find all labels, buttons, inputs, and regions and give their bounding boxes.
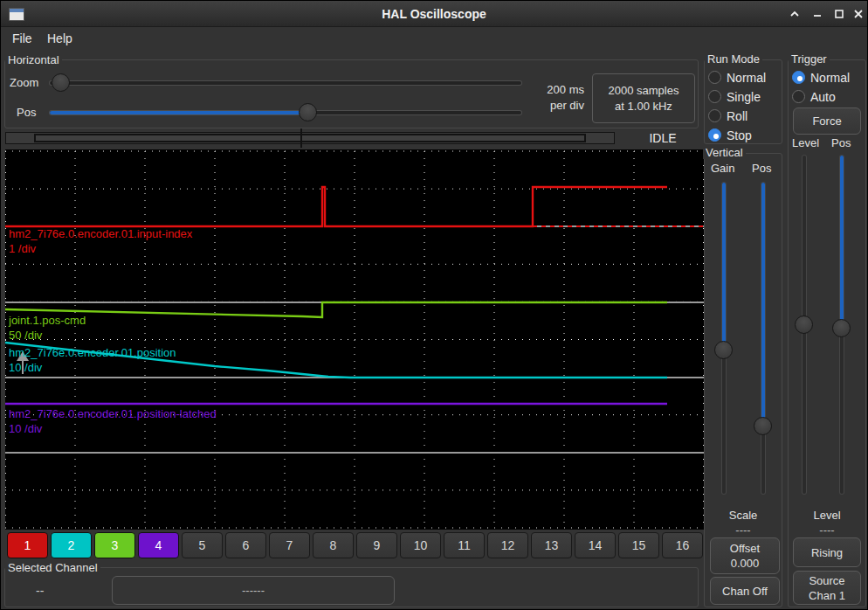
channel-button-7[interactable]: 7 xyxy=(269,532,310,558)
pos-slider-fill xyxy=(50,111,307,114)
level-slider-handle[interactable] xyxy=(795,315,813,334)
zoom-slider-handle[interactable] xyxy=(52,73,70,92)
offset-button-caption: Offset xyxy=(730,541,760,556)
horizontal-pos-slider[interactable] xyxy=(50,103,521,122)
trigger-source-button[interactable]: Source Chan 1 xyxy=(793,571,861,605)
status-text: IDLE xyxy=(619,131,706,145)
radio-label: Normal xyxy=(810,71,850,85)
radio-label: Single xyxy=(727,90,761,104)
level-caption: Level xyxy=(788,509,866,522)
channel-button-9[interactable]: 9 xyxy=(356,532,397,558)
trigger-auto[interactable]: Auto xyxy=(792,89,836,104)
channel-4-signal-name: hm2_7i76e.0.encoder.01.position-latched xyxy=(9,406,217,421)
vpos-slider-handle[interactable] xyxy=(754,417,772,435)
channel-1-trace-label: hm2_7i76e.0.encoder.01.input-index 1 /di… xyxy=(9,226,192,256)
maximize-icon[interactable] xyxy=(830,5,849,23)
channel-button-4[interactable]: 4 xyxy=(138,532,179,558)
channel-button-13[interactable]: 13 xyxy=(531,532,572,558)
channel-2-scale: 10 /div xyxy=(9,360,176,375)
gain-slider-fill xyxy=(722,183,726,350)
radio-icon[interactable] xyxy=(708,128,721,142)
vertical-pos-column-label: Pos xyxy=(752,162,771,175)
time-per-div-caption: per div xyxy=(521,98,584,114)
gain-slider-handle[interactable] xyxy=(714,341,733,359)
radio-label: Stop xyxy=(727,128,752,142)
channel-4-trace-label: hm2_7i76e.0.encoder.01.position-latched … xyxy=(9,406,217,436)
vertical-gain-slider[interactable] xyxy=(714,183,734,494)
zoom-label: Zoom xyxy=(10,76,38,89)
zoom-slider-track[interactable] xyxy=(50,81,521,85)
time-per-div: 200 ms per div xyxy=(521,82,584,114)
record-info-button[interactable]: 2000 samples at 1.00 kHz xyxy=(592,73,695,123)
channel-2-signal-name: hm2_7i76e.0.encoder.01.position xyxy=(9,345,176,360)
run-mode-single[interactable]: Single xyxy=(708,89,761,104)
window-title: HAL Oscilloscope xyxy=(1,1,867,27)
titlebar: HAL Oscilloscope xyxy=(1,1,867,27)
menu-file[interactable]: File xyxy=(7,28,38,50)
record-window-indicator xyxy=(34,134,586,142)
shade-icon[interactable] xyxy=(785,5,804,23)
trigger-normal[interactable]: Normal xyxy=(792,70,850,85)
channel-button-10[interactable]: 10 xyxy=(400,532,441,558)
vpos-slider-fill xyxy=(761,183,765,426)
scale-value: ---- xyxy=(704,523,782,537)
channel-button-16[interactable]: 16 xyxy=(662,532,703,558)
source-button-value: Chan 1 xyxy=(809,588,845,603)
hal-oscilloscope-window: HAL Oscilloscope File Help Horizontal Zo… xyxy=(0,0,868,610)
channel-button-1[interactable]: 1 xyxy=(7,532,48,558)
channel-button-5[interactable]: 5 xyxy=(182,532,223,558)
horizontal-frame-label: Horizontal xyxy=(5,53,62,66)
channel-2-trace-label: hm2_7i76e.0.encoder.01.position 10 /div xyxy=(9,345,176,375)
trigger-position-marker xyxy=(300,128,302,148)
selected-channel-name-button[interactable]: ------ xyxy=(112,576,395,605)
run-mode-roll[interactable]: Roll xyxy=(708,108,747,123)
chan-off-button[interactable]: Chan Off xyxy=(710,577,780,605)
time-per-div-value: 200 ms xyxy=(521,82,584,98)
trigger-frame-label: Trigger xyxy=(789,52,830,66)
channel-button-8[interactable]: 8 xyxy=(313,532,354,558)
run-mode-normal[interactable]: Normal xyxy=(708,70,766,85)
channel-button-3[interactable]: 3 xyxy=(94,532,135,558)
offset-button[interactable]: Offset 0.000 xyxy=(710,537,780,574)
channel-3-scale: 50 /div xyxy=(9,328,86,343)
close-icon[interactable] xyxy=(849,5,868,23)
channel-3-trace-label: joint.1.pos-cmd 50 /div xyxy=(9,313,86,343)
channel-button-15[interactable]: 15 xyxy=(618,532,659,558)
menubar: File Help xyxy=(2,28,868,50)
channel-button-11[interactable]: 11 xyxy=(444,532,485,558)
selected-channel-frame-label: Selected Channel xyxy=(5,561,100,574)
pos-slider-handle[interactable] xyxy=(299,103,317,121)
level-value: ---- xyxy=(788,523,866,537)
run-mode-frame-label: Run Mode xyxy=(705,52,762,66)
channel-button-2[interactable]: 2 xyxy=(51,532,92,558)
minimize-icon[interactable] xyxy=(808,5,827,23)
menu-help[interactable]: Help xyxy=(42,28,78,50)
scope-display: hm2_7i76e.0.encoder.01.input-index 1 /di… xyxy=(5,149,704,530)
radio-icon[interactable] xyxy=(708,71,721,84)
channel-button-14[interactable]: 14 xyxy=(575,532,616,558)
pos-label: Pos xyxy=(17,106,36,119)
radio-icon[interactable] xyxy=(708,90,721,103)
force-button[interactable]: Force xyxy=(793,107,861,135)
edge-button[interactable]: Rising xyxy=(793,537,861,567)
channel-3-signal-name: joint.1.pos-cmd xyxy=(9,313,86,328)
trigger-pos-slider[interactable] xyxy=(832,156,851,494)
trigger-pos-column-label: Pos xyxy=(831,136,851,149)
channel-button-12[interactable]: 12 xyxy=(487,532,528,558)
tpos-slider-handle[interactable] xyxy=(832,319,851,337)
channel-button-6[interactable]: 6 xyxy=(225,532,266,558)
channel-4-scale: 10 /div xyxy=(9,421,217,436)
trigger-level-slider[interactable] xyxy=(795,156,814,494)
radio-icon[interactable] xyxy=(792,71,805,84)
radio-icon[interactable] xyxy=(792,90,805,103)
run-mode-stop[interactable]: Stop xyxy=(708,128,752,142)
radio-icon[interactable] xyxy=(708,109,721,122)
scope-canvas xyxy=(5,149,704,530)
radio-label: Normal xyxy=(727,71,766,85)
samples-count: 2000 samples xyxy=(609,83,679,99)
vertical-pos-slider[interactable] xyxy=(754,183,773,494)
vertical-frame-label: Vertical xyxy=(703,146,746,159)
level-column-label: Level xyxy=(792,136,819,149)
source-button-caption: Source xyxy=(809,573,844,588)
horizontal-zoom-slider[interactable] xyxy=(50,73,521,93)
